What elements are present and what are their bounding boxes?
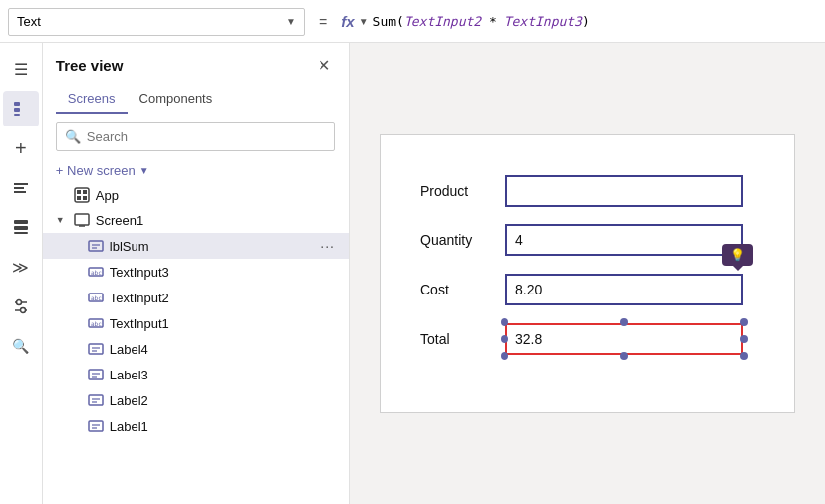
svg-text:abc: abc	[91, 320, 102, 327]
equals-sign: =	[313, 13, 333, 31]
textinput1-label: TextInput1	[110, 316, 335, 331]
total-label: Total	[420, 331, 490, 347]
lblsum-menu[interactable]: ···	[321, 238, 335, 254]
fx-icon: fx	[341, 13, 354, 30]
svg-rect-35	[89, 395, 103, 405]
quantity-label: Quantity	[420, 232, 490, 248]
svg-rect-2	[14, 114, 20, 116]
label-icon-lblsum	[88, 238, 104, 254]
cost-tooltip: 💡	[722, 244, 753, 266]
handle-mr	[740, 335, 748, 343]
left-sidebar-icons: ☰ + ≫	[0, 43, 43, 504]
tree-title: Tree view	[56, 57, 124, 74]
tree-view-icon-btn[interactable]	[3, 91, 39, 126]
formula-param2: TextInput3	[504, 14, 582, 29]
screen1-expand-icon: ▼	[56, 215, 68, 225]
svg-rect-15	[83, 190, 87, 194]
cost-label: Cost	[420, 282, 490, 297]
new-screen-label: + New screen	[56, 163, 136, 178]
data-icon-btn[interactable]	[3, 210, 39, 245]
textinput2-label: TextInput2	[110, 291, 335, 305]
svg-text:abc: abc	[91, 269, 102, 276]
tree-item-textinput1[interactable]: abc TextInput1	[43, 310, 349, 336]
tree-item-app[interactable]: App	[43, 182, 349, 208]
app-screen: Product Quantity Cost 💡 Tota	[380, 134, 795, 413]
arrows-icon-btn[interactable]: ≫	[3, 249, 39, 285]
cost-row: Cost 💡	[420, 274, 755, 305]
textinput3-label: TextInput3	[110, 265, 335, 280]
tree-item-label1[interactable]: Label1	[43, 413, 349, 439]
svg-rect-38	[89, 421, 103, 431]
tree-item-label2[interactable]: Label2	[43, 387, 349, 413]
quantity-input[interactable]	[505, 224, 743, 256]
formula-bar[interactable]: Sum(TextInput2 * TextInput3)	[373, 14, 817, 29]
svg-rect-8	[14, 232, 28, 234]
svg-rect-3	[14, 183, 28, 185]
formula-close: )	[582, 14, 590, 29]
tree-icon	[12, 100, 30, 118]
property-dropdown[interactable]: Text ▼	[8, 8, 305, 36]
cost-input[interactable]	[505, 274, 743, 305]
tree-items: App ▼ Screen1 lblSum ···	[43, 182, 349, 504]
insert-icon	[12, 179, 30, 197]
label4-label: Label4	[110, 342, 335, 357]
app-label: App	[96, 188, 335, 203]
total-input[interactable]	[505, 323, 743, 355]
textinput-icon-3: abc	[88, 264, 104, 280]
close-tree-button[interactable]: ✕	[312, 53, 335, 77]
label-icon-1	[88, 418, 104, 434]
svg-rect-20	[89, 241, 103, 251]
svg-rect-32	[89, 370, 103, 379]
total-row: Total	[420, 323, 755, 355]
product-input[interactable]	[505, 175, 743, 207]
svg-rect-4	[14, 187, 24, 189]
label-icon-4	[88, 341, 104, 357]
tree-header: Tree view ✕	[43, 43, 349, 77]
tab-components[interactable]: Components	[128, 85, 225, 114]
screen-icon	[74, 212, 90, 228]
svg-rect-6	[14, 220, 28, 224]
svg-rect-7	[14, 226, 28, 230]
svg-point-10	[16, 300, 21, 305]
tree-item-textinput3[interactable]: abc TextInput3	[43, 259, 349, 285]
tree-item-label3[interactable]: Label3	[43, 362, 349, 387]
insert-icon-btn[interactable]	[3, 170, 39, 206]
search-icon: 🔍	[65, 129, 81, 144]
add-icon-btn[interactable]: +	[3, 130, 39, 166]
handle-bl	[501, 352, 508, 360]
tooltip-icon: 💡	[730, 248, 745, 262]
label1-label: Label1	[110, 419, 335, 434]
controls-icon-btn[interactable]	[3, 289, 39, 324]
search-box: 🔍	[56, 122, 335, 151]
quantity-row: Quantity	[420, 224, 755, 256]
svg-rect-17	[83, 196, 87, 200]
screen1-label: Screen1	[96, 213, 335, 228]
new-screen-button[interactable]: + New screen ▼	[43, 159, 349, 182]
search-icon-btn[interactable]: 🔍	[3, 328, 39, 364]
new-screen-chevron: ▼	[139, 165, 149, 176]
property-dropdown-chevron: ▼	[286, 16, 296, 27]
label3-label: Label3	[110, 368, 335, 382]
menu-icon-btn[interactable]: ☰	[3, 51, 39, 87]
tab-screens[interactable]: Screens	[56, 85, 128, 114]
tree-tabs: Screens Components	[43, 81, 349, 114]
tree-item-textinput2[interactable]: abc TextInput2	[43, 285, 349, 310]
fx-chevron: ▼	[359, 16, 369, 27]
tree-item-lblsum[interactable]: lblSum ···	[43, 233, 349, 259]
main-content: ☰ + ≫	[0, 43, 825, 504]
textinput-icon-1: abc	[88, 315, 104, 331]
canvas-area: Product Quantity Cost 💡 Tota	[350, 43, 825, 504]
lblsum-label: lblSum	[110, 239, 316, 254]
svg-rect-5	[14, 191, 26, 193]
handle-tr	[740, 318, 748, 326]
svg-text:abc: abc	[91, 294, 102, 301]
search-input[interactable]	[87, 129, 326, 144]
fx-bar: fx ▼ Sum(TextInput2 * TextInput3)	[341, 13, 817, 30]
top-bar: Text ▼ = fx ▼ Sum(TextInput2 * TextInput…	[0, 0, 825, 43]
handle-br	[740, 352, 748, 360]
tree-item-label4[interactable]: Label4	[43, 336, 349, 362]
data-icon	[12, 218, 30, 236]
label-icon-3	[88, 367, 104, 382]
textinput-icon-2: abc	[88, 290, 104, 305]
tree-item-screen1[interactable]: ▼ Screen1	[43, 208, 349, 233]
